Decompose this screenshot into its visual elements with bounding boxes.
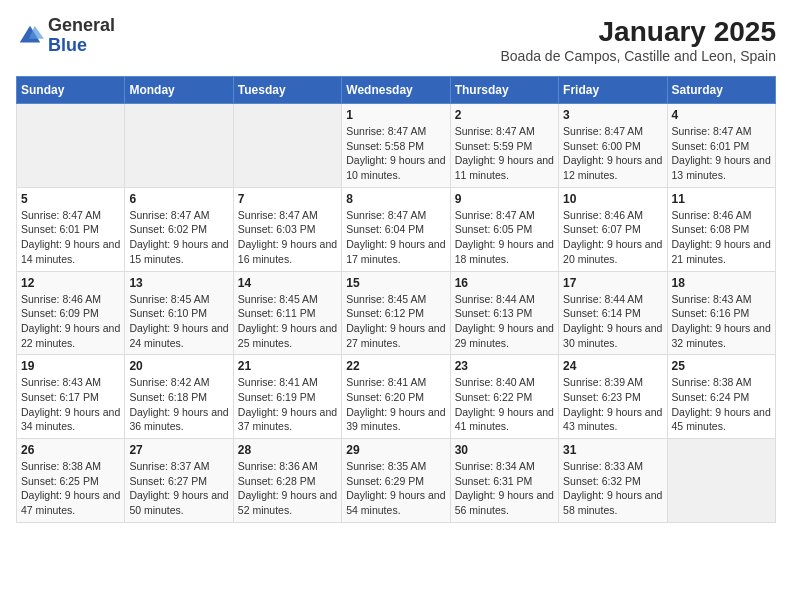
weekday-header-monday: Monday xyxy=(125,77,233,104)
day-number: 27 xyxy=(129,443,228,457)
day-detail: Sunrise: 8:44 AMSunset: 6:13 PMDaylight:… xyxy=(455,292,554,351)
calendar-cell: 26Sunrise: 8:38 AMSunset: 6:25 PMDayligh… xyxy=(17,439,125,523)
day-number: 12 xyxy=(21,276,120,290)
day-number: 29 xyxy=(346,443,445,457)
calendar-cell: 15Sunrise: 8:45 AMSunset: 6:12 PMDayligh… xyxy=(342,271,450,355)
calendar-cell: 23Sunrise: 8:40 AMSunset: 6:22 PMDayligh… xyxy=(450,355,558,439)
day-number: 5 xyxy=(21,192,120,206)
day-detail: Sunrise: 8:40 AMSunset: 6:22 PMDaylight:… xyxy=(455,375,554,434)
day-detail: Sunrise: 8:43 AMSunset: 6:17 PMDaylight:… xyxy=(21,375,120,434)
calendar-cell: 2Sunrise: 8:47 AMSunset: 5:59 PMDaylight… xyxy=(450,104,558,188)
calendar-cell: 7Sunrise: 8:47 AMSunset: 6:03 PMDaylight… xyxy=(233,187,341,271)
day-number: 9 xyxy=(455,192,554,206)
day-detail: Sunrise: 8:47 AMSunset: 6:01 PMDaylight:… xyxy=(672,124,771,183)
calendar-cell xyxy=(667,439,775,523)
day-detail: Sunrise: 8:45 AMSunset: 6:10 PMDaylight:… xyxy=(129,292,228,351)
day-number: 31 xyxy=(563,443,662,457)
calendar-cell: 24Sunrise: 8:39 AMSunset: 6:23 PMDayligh… xyxy=(559,355,667,439)
day-number: 25 xyxy=(672,359,771,373)
calendar-cell: 31Sunrise: 8:33 AMSunset: 6:32 PMDayligh… xyxy=(559,439,667,523)
weekday-header-friday: Friday xyxy=(559,77,667,104)
weekday-header-sunday: Sunday xyxy=(17,77,125,104)
weekday-header-tuesday: Tuesday xyxy=(233,77,341,104)
calendar-week-5: 26Sunrise: 8:38 AMSunset: 6:25 PMDayligh… xyxy=(17,439,776,523)
day-detail: Sunrise: 8:39 AMSunset: 6:23 PMDaylight:… xyxy=(563,375,662,434)
calendar-cell: 5Sunrise: 8:47 AMSunset: 6:01 PMDaylight… xyxy=(17,187,125,271)
day-detail: Sunrise: 8:41 AMSunset: 6:20 PMDaylight:… xyxy=(346,375,445,434)
calendar-week-1: 1Sunrise: 8:47 AMSunset: 5:58 PMDaylight… xyxy=(17,104,776,188)
calendar-cell: 10Sunrise: 8:46 AMSunset: 6:07 PMDayligh… xyxy=(559,187,667,271)
day-detail: Sunrise: 8:47 AMSunset: 6:01 PMDaylight:… xyxy=(21,208,120,267)
day-number: 23 xyxy=(455,359,554,373)
calendar-table: SundayMondayTuesdayWednesdayThursdayFrid… xyxy=(16,76,776,523)
calendar-cell: 19Sunrise: 8:43 AMSunset: 6:17 PMDayligh… xyxy=(17,355,125,439)
day-detail: Sunrise: 8:47 AMSunset: 5:59 PMDaylight:… xyxy=(455,124,554,183)
day-number: 3 xyxy=(563,108,662,122)
calendar-cell: 4Sunrise: 8:47 AMSunset: 6:01 PMDaylight… xyxy=(667,104,775,188)
day-detail: Sunrise: 8:47 AMSunset: 5:58 PMDaylight:… xyxy=(346,124,445,183)
day-detail: Sunrise: 8:47 AMSunset: 6:00 PMDaylight:… xyxy=(563,124,662,183)
calendar-cell: 29Sunrise: 8:35 AMSunset: 6:29 PMDayligh… xyxy=(342,439,450,523)
calendar-cell: 16Sunrise: 8:44 AMSunset: 6:13 PMDayligh… xyxy=(450,271,558,355)
calendar-cell: 17Sunrise: 8:44 AMSunset: 6:14 PMDayligh… xyxy=(559,271,667,355)
day-detail: Sunrise: 8:45 AMSunset: 6:12 PMDaylight:… xyxy=(346,292,445,351)
calendar-body: 1Sunrise: 8:47 AMSunset: 5:58 PMDaylight… xyxy=(17,104,776,523)
day-number: 6 xyxy=(129,192,228,206)
day-number: 15 xyxy=(346,276,445,290)
day-number: 21 xyxy=(238,359,337,373)
calendar-cell: 27Sunrise: 8:37 AMSunset: 6:27 PMDayligh… xyxy=(125,439,233,523)
weekday-header-row: SundayMondayTuesdayWednesdayThursdayFrid… xyxy=(17,77,776,104)
calendar-cell: 21Sunrise: 8:41 AMSunset: 6:19 PMDayligh… xyxy=(233,355,341,439)
calendar-week-4: 19Sunrise: 8:43 AMSunset: 6:17 PMDayligh… xyxy=(17,355,776,439)
calendar-cell xyxy=(125,104,233,188)
calendar-week-3: 12Sunrise: 8:46 AMSunset: 6:09 PMDayligh… xyxy=(17,271,776,355)
calendar-cell: 22Sunrise: 8:41 AMSunset: 6:20 PMDayligh… xyxy=(342,355,450,439)
day-number: 24 xyxy=(563,359,662,373)
day-detail: Sunrise: 8:44 AMSunset: 6:14 PMDaylight:… xyxy=(563,292,662,351)
day-detail: Sunrise: 8:45 AMSunset: 6:11 PMDaylight:… xyxy=(238,292,337,351)
calendar-week-2: 5Sunrise: 8:47 AMSunset: 6:01 PMDaylight… xyxy=(17,187,776,271)
day-detail: Sunrise: 8:33 AMSunset: 6:32 PMDaylight:… xyxy=(563,459,662,518)
page-title: January 2025 xyxy=(500,16,776,48)
page-subtitle: Boada de Campos, Castille and Leon, Spai… xyxy=(500,48,776,64)
day-detail: Sunrise: 8:46 AMSunset: 6:09 PMDaylight:… xyxy=(21,292,120,351)
day-number: 10 xyxy=(563,192,662,206)
day-number: 4 xyxy=(672,108,771,122)
calendar-cell: 14Sunrise: 8:45 AMSunset: 6:11 PMDayligh… xyxy=(233,271,341,355)
day-number: 26 xyxy=(21,443,120,457)
day-number: 14 xyxy=(238,276,337,290)
weekday-header-wednesday: Wednesday xyxy=(342,77,450,104)
calendar-cell: 20Sunrise: 8:42 AMSunset: 6:18 PMDayligh… xyxy=(125,355,233,439)
calendar-cell xyxy=(233,104,341,188)
day-number: 1 xyxy=(346,108,445,122)
day-detail: Sunrise: 8:34 AMSunset: 6:31 PMDaylight:… xyxy=(455,459,554,518)
day-number: 18 xyxy=(672,276,771,290)
day-detail: Sunrise: 8:42 AMSunset: 6:18 PMDaylight:… xyxy=(129,375,228,434)
calendar-cell: 25Sunrise: 8:38 AMSunset: 6:24 PMDayligh… xyxy=(667,355,775,439)
logo: General Blue xyxy=(16,16,115,56)
day-detail: Sunrise: 8:47 AMSunset: 6:02 PMDaylight:… xyxy=(129,208,228,267)
calendar-cell: 1Sunrise: 8:47 AMSunset: 5:58 PMDaylight… xyxy=(342,104,450,188)
weekday-header-thursday: Thursday xyxy=(450,77,558,104)
day-detail: Sunrise: 8:47 AMSunset: 6:05 PMDaylight:… xyxy=(455,208,554,267)
calendar-cell: 30Sunrise: 8:34 AMSunset: 6:31 PMDayligh… xyxy=(450,439,558,523)
day-detail: Sunrise: 8:43 AMSunset: 6:16 PMDaylight:… xyxy=(672,292,771,351)
day-number: 19 xyxy=(21,359,120,373)
day-number: 11 xyxy=(672,192,771,206)
calendar-cell: 11Sunrise: 8:46 AMSunset: 6:08 PMDayligh… xyxy=(667,187,775,271)
day-number: 7 xyxy=(238,192,337,206)
day-detail: Sunrise: 8:38 AMSunset: 6:25 PMDaylight:… xyxy=(21,459,120,518)
day-detail: Sunrise: 8:36 AMSunset: 6:28 PMDaylight:… xyxy=(238,459,337,518)
calendar-cell xyxy=(17,104,125,188)
page-header: General Blue January 2025 Boada de Campo… xyxy=(16,16,776,64)
logo-text: General Blue xyxy=(48,16,115,56)
day-number: 22 xyxy=(346,359,445,373)
day-detail: Sunrise: 8:47 AMSunset: 6:04 PMDaylight:… xyxy=(346,208,445,267)
day-detail: Sunrise: 8:47 AMSunset: 6:03 PMDaylight:… xyxy=(238,208,337,267)
calendar-cell: 12Sunrise: 8:46 AMSunset: 6:09 PMDayligh… xyxy=(17,271,125,355)
calendar-cell: 18Sunrise: 8:43 AMSunset: 6:16 PMDayligh… xyxy=(667,271,775,355)
day-number: 8 xyxy=(346,192,445,206)
calendar-cell: 3Sunrise: 8:47 AMSunset: 6:00 PMDaylight… xyxy=(559,104,667,188)
day-number: 28 xyxy=(238,443,337,457)
calendar-cell: 28Sunrise: 8:36 AMSunset: 6:28 PMDayligh… xyxy=(233,439,341,523)
